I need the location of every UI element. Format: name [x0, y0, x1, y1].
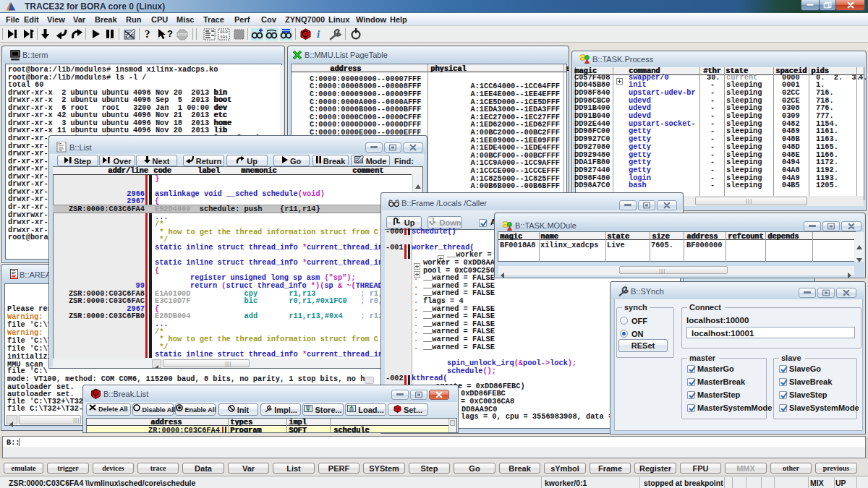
svg-text:101: 101 — [220, 35, 228, 40]
svg-text:STOP: STOP — [177, 33, 187, 37]
svg-text:010: 010 — [220, 30, 228, 35]
